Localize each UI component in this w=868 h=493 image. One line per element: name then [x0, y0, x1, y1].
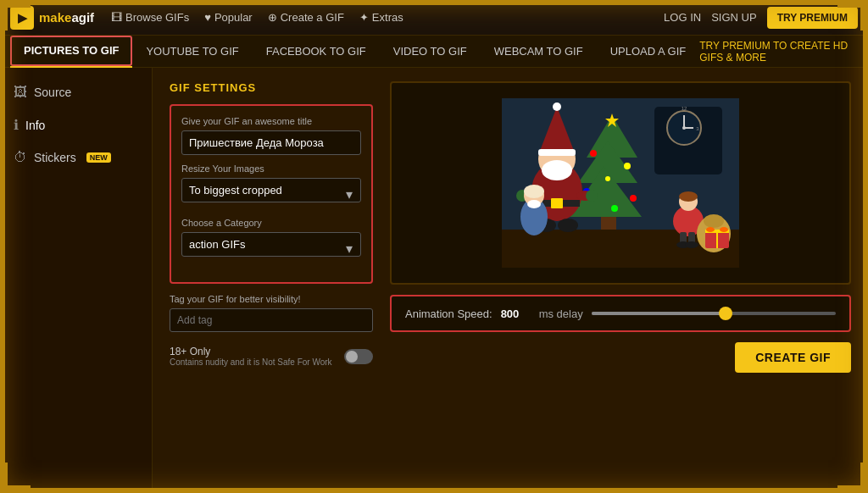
sidebar-label-info: Info — [25, 119, 45, 132]
speed-slider-container[interactable] — [592, 305, 836, 322]
preview-image: 12 3 — [502, 98, 739, 268]
create-icon: ⊕ — [268, 11, 277, 24]
nsfw-toggle[interactable] — [344, 349, 373, 364]
sidebar-item-info[interactable]: ℹ Info — [0, 108, 152, 141]
main-layout: 🖼 Source ℹ Info ⏱ Stickers NEW GIF SETTI… — [0, 68, 868, 493]
content-area: GIF SETTINGS Give your GIF an awesome ti… — [153, 68, 868, 493]
category-select[interactable]: action GIFsfunny GIFsanimals GIFssports … — [181, 232, 361, 257]
nav-video-to-gif[interactable]: VIDEO TO GIF — [380, 36, 481, 68]
svg-point-24 — [553, 102, 561, 111]
svg-point-37 — [524, 185, 544, 198]
svg-point-18 — [611, 205, 618, 212]
resize-field-label: Resize Your Images — [181, 163, 361, 174]
svg-point-16 — [630, 195, 637, 202]
nav-upload-a-gif[interactable]: UPLOAD A GIF — [597, 36, 700, 68]
secondary-nav-items: PICTURES TO GIF YOUTUBE TO GIF FACEBOOK … — [10, 36, 699, 68]
corner-decoration-bl — [5, 463, 31, 488]
category-field-label: Choose a Category — [181, 218, 361, 228]
svg-point-46 — [704, 214, 724, 228]
svg-point-40 — [679, 191, 698, 202]
tag-input[interactable] — [170, 308, 373, 332]
secondary-navigation: PICTURES TO GIF YOUTUBE TO GIF FACEBOOK … — [0, 36, 868, 68]
gif-preview: 12 3 — [390, 81, 851, 285]
gif-settings-title: GIF SETTINGS — [170, 81, 373, 94]
settings-box: Give your GIF an awesome title Resize Yo… — [170, 104, 373, 284]
nsfw-labels: 18+ Only Contains nudity and it is Not S… — [170, 346, 332, 367]
speed-slider-thumb[interactable] — [719, 307, 732, 320]
nav-popular[interactable]: ♥ Popular — [204, 11, 253, 24]
nav-right-links: LOG IN SIGN UP TRY PREMIUM — [664, 7, 858, 29]
svg-point-17 — [605, 176, 610, 181]
gif-settings-panel: GIF SETTINGS Give your GIF an awesome ti… — [170, 81, 373, 479]
signup-link[interactable]: SIGN UP — [711, 11, 756, 24]
logo-text: makeagif — [39, 10, 94, 25]
image-icon: 🖼 — [14, 85, 27, 100]
create-gif-row: CREATE GIF — [390, 342, 851, 373]
corner-decoration-br — [837, 463, 863, 488]
star-icon: ✦ — [359, 11, 369, 24]
nav-extras[interactable]: ✦ Extras — [359, 11, 403, 24]
svg-point-33 — [586, 190, 598, 202]
sidebar: 🖼 Source ℹ Info ⏱ Stickers NEW — [0, 68, 153, 493]
svg-point-14 — [624, 163, 631, 169]
animation-speed-panel: Animation Speed: 800 ms delay — [390, 295, 851, 332]
svg-point-51 — [720, 227, 728, 232]
gif-title-input[interactable] — [181, 130, 361, 155]
tag-field-label: Tag your GIF for better visibility! — [170, 294, 373, 304]
nav-pictures-to-gif[interactable]: PICTURES TO GIF — [10, 36, 132, 68]
sidebar-label-stickers: Stickers — [34, 151, 76, 164]
svg-text:12: 12 — [682, 106, 687, 111]
svg-point-36 — [527, 200, 541, 208]
film-icon: 🎞 — [111, 11, 122, 24]
sidebar-label-source: Source — [34, 86, 71, 99]
resize-select[interactable]: To biggest croppedNo resizeTo smallestCu… — [181, 178, 361, 202]
speed-label: Animation Speed: — [405, 307, 492, 320]
speed-unit: ms delay — [539, 307, 583, 320]
svg-rect-27 — [551, 198, 563, 208]
new-badge: NEW — [86, 152, 111, 163]
svg-point-25 — [542, 160, 572, 180]
nsfw-label: 18+ Only — [170, 346, 332, 357]
title-field-label: Give your GIF an awesome title — [181, 116, 361, 126]
corner-decoration-tl — [5, 5, 31, 30]
nav-youtube-to-gif[interactable]: YOUTUBE TO GIF — [132, 36, 252, 68]
resize-select-wrapper: To biggest croppedNo resizeTo smallestCu… — [181, 178, 361, 209]
svg-point-29 — [558, 219, 578, 232]
nav-webcam-to-gif[interactable]: WEBCAM TO GIF — [481, 36, 597, 68]
speed-row: Animation Speed: 800 ms delay — [405, 305, 836, 322]
nav-links: 🎞 Browse GIFs ♥ Popular ⊕ Create a GIF ✦… — [111, 11, 664, 24]
login-link[interactable]: LOG IN — [664, 11, 701, 24]
speed-slider-fill — [592, 312, 726, 315]
category-select-wrapper: action GIFsfunny GIFsanimals GIFssports … — [181, 232, 361, 263]
speed-value: 800 — [501, 307, 531, 320]
svg-rect-23 — [538, 149, 576, 156]
svg-point-44 — [685, 241, 698, 248]
heart-icon: ♥ — [204, 11, 211, 24]
nsfw-row: 18+ Only Contains nudity and it is Not S… — [170, 346, 373, 367]
sidebar-item-source[interactable]: 🖼 Source — [0, 76, 152, 108]
svg-rect-12 — [601, 217, 616, 230]
sidebar-item-stickers[interactable]: ⏱ Stickers NEW — [0, 141, 152, 174]
info-icon: ℹ — [14, 117, 19, 133]
corner-decoration-tr — [837, 5, 863, 30]
promo-text: TRY PREMIUM TO CREATE HD GIFS & MORE — [699, 40, 858, 64]
nav-browse-gifs[interactable]: 🎞 Browse GIFs — [111, 11, 189, 24]
speed-slider-track — [592, 312, 836, 315]
svg-point-50 — [706, 227, 715, 232]
nsfw-sublabel: Contains nudity and it is Not Safe For W… — [170, 357, 332, 367]
sticker-icon: ⏱ — [14, 150, 27, 165]
svg-point-13 — [590, 150, 597, 157]
create-gif-button[interactable]: CREATE GIF — [735, 342, 851, 373]
right-panel: 12 3 — [390, 81, 851, 479]
nav-facebook-to-gif[interactable]: FACEBOOK TO GIF — [253, 36, 380, 68]
top-navigation: ▶ makeagif 🎞 Browse GIFs ♥ Popular ⊕ Cre… — [0, 0, 868, 36]
nav-create-gif[interactable]: ⊕ Create a GIF — [268, 11, 344, 24]
